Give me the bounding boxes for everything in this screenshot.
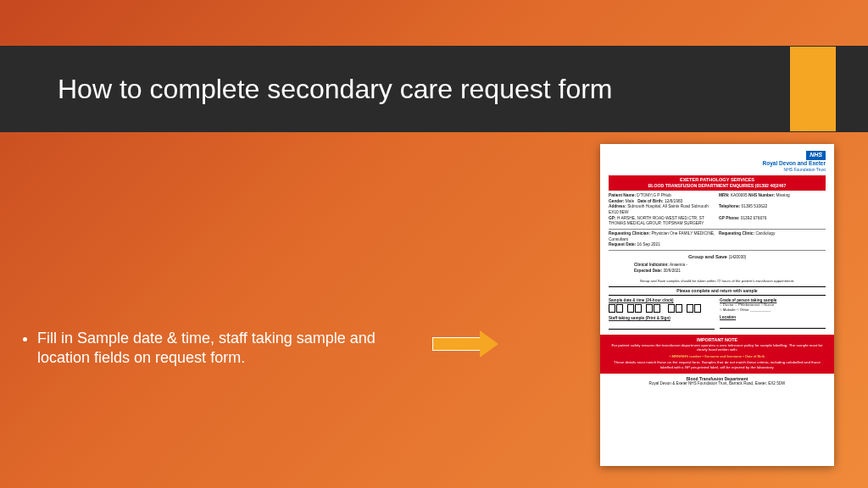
val-dob: 12/8/1983	[665, 199, 682, 203]
trust-name: Royal Devon and Exeter	[763, 160, 826, 166]
val-reqdate: 16 Sep 2021	[637, 242, 660, 247]
val-patient-name: D'TOMY,G P Phlob	[637, 193, 671, 197]
lbl-ci: Clinical Indication:	[634, 263, 669, 267]
important-bullets: • MRN/NHS number • Surname and forename …	[607, 354, 827, 358]
fields-block: Sample date & time (24-hour clock) Staff…	[609, 298, 826, 330]
val-gpphone: 01392 676676	[741, 216, 767, 220]
bullet-area: Fill in Sample date & time, staff taking…	[19, 329, 392, 367]
request-form-preview: NHS Royal Devon and Exeter NHS Foundatio…	[600, 144, 834, 466]
val-ci: Anaemia -	[670, 263, 687, 267]
sample-dt-boxes	[609, 304, 715, 313]
val-gp: H ARSHE, NORTH ROAD WEST MED.CTR, ST THO…	[609, 216, 704, 226]
group-save-title: Group and Save [1420030]	[609, 254, 826, 261]
lbl-location: Location	[720, 315, 826, 320]
trust-sub: NHS Foundation Trust	[784, 167, 826, 172]
demographics: Patient Name: D'TOMY,G P Phlob MRN: KA00…	[609, 193, 826, 248]
important-body2: These details must match those on the re…	[607, 360, 827, 369]
lbl-sample-dt: Sample date & time (24-hour clock)	[609, 298, 715, 303]
accent-block	[790, 47, 836, 131]
val-ed: 30/9/2021	[663, 269, 680, 273]
footer-addr: Royal Devon & Exeter NHS Foundation Trus…	[609, 381, 826, 386]
lbl-patient-name: Patient Name:	[609, 193, 636, 197]
lbl-dob: Date of Birth:	[637, 199, 663, 203]
form-header-red: EXETER PATHOLOGY SERVICES BLOOD TRANSFUS…	[609, 175, 826, 190]
lbl-gender: Gender:	[609, 199, 624, 203]
lbl-gp: GP:	[609, 216, 616, 220]
bullet-text: Fill in Sample date & time, staff taking…	[37, 329, 392, 367]
slide: How to complete secondary care request f…	[0, 0, 868, 488]
lbl-gpphone: GP Phone:	[719, 216, 739, 220]
lbl-reqclin: Requesting Clinician:	[609, 231, 650, 236]
arrow-icon	[432, 330, 498, 358]
gs-title-text: Group and Save	[688, 254, 727, 259]
lbl-reqdate: Request Date:	[609, 242, 636, 247]
val-tel: 01395 510622	[742, 204, 768, 208]
slide-title: How to complete secondary care request f…	[58, 73, 613, 105]
lbl-staff: Staff taking sample (Print & Sign)	[609, 316, 715, 321]
val-mrn: KA00695	[731, 193, 748, 197]
lbl-reqclinic: Requesting Clinic:	[719, 231, 754, 236]
staff-sigline	[609, 323, 715, 330]
please-complete: Please complete and return with sample	[609, 286, 826, 295]
lbl-addr: Address:	[609, 204, 626, 208]
val-gender: Male	[626, 199, 634, 203]
lbl-mrn: MRN:	[719, 193, 730, 197]
val-nhs: Missing	[776, 193, 790, 197]
nhs-badge: NHS	[806, 151, 826, 160]
gs-code: [1420030]	[729, 255, 746, 259]
val-reqclinic: Cardiology	[755, 231, 775, 236]
location-line	[720, 322, 826, 329]
important-body1: For patient safety reasons the transfusi…	[607, 343, 827, 352]
form-header-line2: BLOOD TRANSFUSION DEPARTMENT ENQUIRIES (…	[610, 183, 824, 189]
grade-options: ○ Doctor ○ Phlebotomist ○ Nurse ○ Midwif…	[720, 302, 826, 312]
gs-note: Group and Save samples should be taken w…	[609, 279, 826, 283]
nhs-logo-block: NHS Royal Devon and Exeter NHS Foundatio…	[609, 151, 826, 172]
form-header-line1: EXETER PATHOLOGY SERVICES	[610, 177, 824, 183]
form-footer: Blood Transfusion Department Royal Devon…	[609, 376, 826, 386]
title-band: How to complete secondary care request f…	[0, 46, 868, 132]
important-note: IMPORTANT NOTE For patient safety reason…	[600, 335, 834, 374]
lbl-ed: Expected Date:	[634, 269, 662, 273]
lbl-tel: Telephone:	[719, 204, 740, 208]
lbl-nhs: NHS Number:	[748, 193, 775, 197]
important-head: IMPORTANT NOTE	[607, 337, 827, 343]
